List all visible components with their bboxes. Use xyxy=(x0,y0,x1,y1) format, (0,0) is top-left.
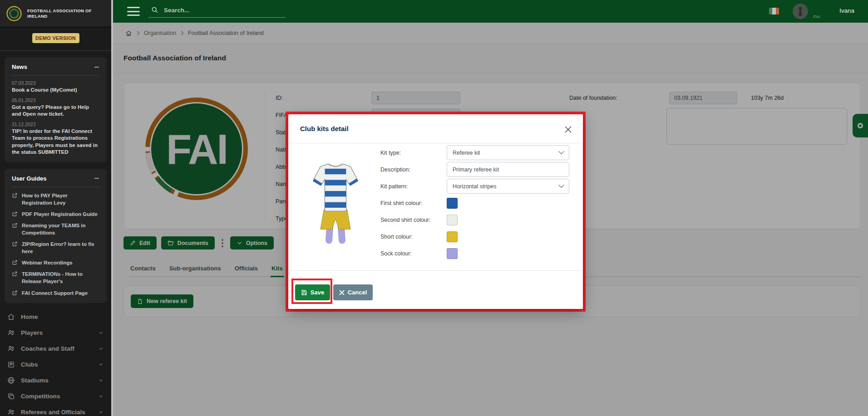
guide-link[interactable]: ZIP/Region Error? learn to fix here xyxy=(12,240,99,255)
kit-preview-image xyxy=(312,161,359,246)
close-icon[interactable] xyxy=(563,124,573,134)
news-item: 21.12.2022 TIP! In order for the FAI Con… xyxy=(12,122,99,156)
external-link-icon xyxy=(12,222,18,228)
guide-link[interactable]: TERMINATIONs - How to Release Player's xyxy=(12,270,99,285)
sidebar-item-referees-and-officials[interactable]: Referees and Officials xyxy=(0,404,111,416)
news-link[interactable]: TIP! In order for the FAI Connect Team t… xyxy=(12,128,99,156)
sidebar-item-stadiums[interactable]: Stadiums xyxy=(0,372,111,388)
first-shirt-colour-row: First shirt colour: xyxy=(380,196,569,210)
external-link-icon xyxy=(12,211,18,217)
news-item: 05.01.2023 Got a query? Please go to Hel… xyxy=(12,98,99,118)
news-date: 07.03.2023 xyxy=(12,80,99,86)
user-guides-panel: User Guides How to PAY Player Registrati… xyxy=(5,169,107,303)
news-title: News xyxy=(12,64,27,70)
description-row: Description: xyxy=(380,162,569,177)
external-link-icon xyxy=(12,192,18,198)
modal-body: Kit type: Referee kit Description: Kit p… xyxy=(288,143,583,270)
search-placeholder: Search... xyxy=(164,7,189,14)
short-colour-swatch[interactable] xyxy=(447,231,458,242)
avatar[interactable] xyxy=(793,4,808,19)
news-link[interactable]: Book a Course (MyComet) xyxy=(12,87,99,94)
collapse-minus-icon[interactable] xyxy=(94,64,99,70)
guide-link[interactable]: Renaming your TEAMS in Competitions xyxy=(12,222,99,236)
short-colour-row: Short colour: xyxy=(380,229,569,244)
chevron-down-icon xyxy=(558,148,564,154)
user-guides-title: User Guides xyxy=(12,175,47,182)
sock-colour-row: Sock colour: xyxy=(380,246,569,261)
home-icon xyxy=(7,313,15,321)
chevron-down-icon xyxy=(98,377,104,383)
news-panel: News 07.03.2023 Book a Course (MyComet) … xyxy=(5,57,107,162)
news-link[interactable]: Got a query? Please go to Help and Open … xyxy=(12,104,99,118)
sock-colour-swatch[interactable] xyxy=(447,248,458,259)
modal-header: Club kits detail xyxy=(288,114,583,143)
chevron-down-icon xyxy=(558,182,564,188)
top-navbar: Search... FAI Ivana xyxy=(113,0,868,23)
demo-version-badge: DEMO VERSION xyxy=(32,33,79,43)
collapse-minus-icon[interactable] xyxy=(94,176,99,181)
stadiums-icon xyxy=(7,377,15,384)
hamburger-menu-icon[interactable] xyxy=(127,7,140,16)
sidebar: FOOTBALL ASSOCIATION OF IRELAND DEMO VER… xyxy=(0,0,111,416)
news-item: 07.03.2023 Book a Course (MyComet) xyxy=(12,80,99,94)
external-link-icon xyxy=(12,271,18,277)
sidebar-org-name: FOOTBALL ASSOCIATION OF IRELAND xyxy=(27,8,106,19)
save-icon xyxy=(301,289,307,296)
clubs-icon xyxy=(7,361,15,368)
sidebar-item-coaches-and-staff[interactable]: Coaches and Staff xyxy=(0,341,111,357)
x-icon xyxy=(339,290,345,295)
news-date: 05.01.2023 xyxy=(12,98,99,103)
chevron-down-icon xyxy=(98,346,104,352)
second-shirt-colour-swatch[interactable] xyxy=(447,215,458,225)
sidebar-divider xyxy=(0,50,111,51)
sidebar-item-home[interactable]: Home xyxy=(0,309,111,325)
chevron-down-icon xyxy=(98,330,104,336)
save-button[interactable]: Save xyxy=(295,284,330,300)
guide-link[interactable]: Webinar Recordings xyxy=(12,259,99,266)
second-shirt-colour-row: Second shirt colour: xyxy=(380,212,569,227)
chevron-down-icon xyxy=(98,393,104,399)
news-date: 21.12.2022 xyxy=(12,122,99,127)
user-org-label: FAI xyxy=(814,15,820,19)
first-shirt-colour-swatch[interactable] xyxy=(447,198,458,209)
annotation-rect-modal: Club kits detail xyxy=(286,112,586,312)
sidebar-item-competitions[interactable]: Competitions xyxy=(0,388,111,404)
ireland-flag-icon[interactable] xyxy=(769,8,779,15)
referees-icon xyxy=(7,408,15,416)
kit-form: Kit type: Referee kit Description: Kit p… xyxy=(380,145,569,263)
external-link-icon xyxy=(12,241,18,247)
guide-link[interactable]: PDF Player Registration Guide xyxy=(12,210,99,218)
description-input[interactable] xyxy=(447,162,569,177)
modal-footer: Save Cancel xyxy=(288,270,583,309)
guide-link[interactable]: FAI Connect Support Page xyxy=(12,289,99,297)
user-menu[interactable]: Ivana xyxy=(839,7,854,14)
competitions-icon xyxy=(7,392,15,400)
modal-title: Club kits detail xyxy=(300,125,349,132)
chevron-down-icon xyxy=(98,409,104,415)
cancel-button[interactable]: Cancel xyxy=(333,284,373,300)
search-icon xyxy=(151,6,158,14)
coaches-icon xyxy=(7,345,15,352)
kit-type-row: Kit type: Referee kit xyxy=(380,145,569,160)
external-link-icon xyxy=(12,290,18,296)
search-input[interactable]: Search... xyxy=(148,5,286,18)
avatar-image xyxy=(793,4,808,19)
guide-link[interactable]: How to PAY Player Registration Levy xyxy=(12,192,99,206)
kit-pattern-row: Kit pattern: Horizontal stripes xyxy=(380,179,569,194)
sidebar-nav: Home Players Coaches and Staff Clubs Sta… xyxy=(0,309,111,416)
kit-type-select[interactable]: Referee kit xyxy=(447,145,569,160)
sidebar-item-clubs[interactable]: Clubs xyxy=(0,357,111,372)
external-link-icon xyxy=(12,259,18,265)
players-icon xyxy=(7,329,15,337)
sidebar-item-players[interactable]: Players xyxy=(0,325,111,341)
club-kits-detail-dialog: Club kits detail xyxy=(288,114,583,309)
kit-pattern-select[interactable]: Horizontal stripes xyxy=(447,179,569,194)
fai-logo-icon xyxy=(5,5,23,22)
sidebar-header: FOOTBALL ASSOCIATION OF IRELAND xyxy=(0,0,111,27)
chevron-down-icon xyxy=(98,362,104,367)
app-screen: FOOTBALL ASSOCIATION OF IRELAND DEMO VER… xyxy=(0,0,868,416)
